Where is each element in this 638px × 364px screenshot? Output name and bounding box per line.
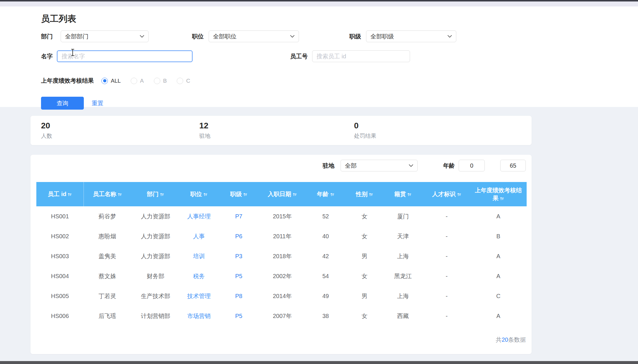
cell-department: 人力资源部 (131, 206, 180, 226)
cell-gender: 女 (346, 306, 383, 326)
rank-select[interactable]: 全部职级 (366, 30, 456, 42)
column-header-label: 职级 (230, 191, 242, 197)
position-select[interactable]: 全部职位 (209, 30, 299, 42)
cell-hire-date: 2002年 (260, 266, 305, 286)
cell-position[interactable]: 税务 (180, 266, 218, 286)
column-header-label: 性别 (356, 191, 368, 197)
radio-icon (177, 78, 183, 84)
station-filter-value: 全部 (345, 162, 357, 170)
text-cursor (72, 49, 73, 56)
cell-hometown: 上海 (383, 246, 423, 266)
column-header-label: 员工 id (48, 191, 66, 197)
station-filter-select[interactable]: 全部 (341, 160, 418, 171)
cell-rank[interactable]: P8 (218, 286, 260, 306)
cell-name: 后飞瑶 (84, 306, 131, 326)
table-row: HS006后飞瑶计划营销部市场营销P52007年38女西藏-A (36, 306, 527, 326)
cell-position[interactable]: 培训 (180, 246, 218, 266)
query-button[interactable]: 查询 (41, 97, 84, 110)
table-row: HS002惠盼烟人力资源部人事P62011年40女天津-B (36, 226, 527, 246)
stat-人数: 20人数 (41, 121, 52, 140)
age-min-input[interactable] (459, 160, 485, 171)
column-header-label: 上年度绩效考核结果 (475, 187, 522, 201)
employee-id-search-input[interactable] (312, 50, 410, 62)
stat-label: 处罚结果 (354, 132, 376, 140)
cell-performance: A (470, 306, 527, 326)
cell-employee-id: HS003 (36, 246, 84, 266)
cell-name: 丁若灵 (84, 286, 131, 306)
stat-value: 20 (41, 121, 52, 130)
rank-label: 职级 (349, 30, 361, 42)
sort-icon (330, 192, 334, 197)
radio-option-b[interactable]: B (154, 78, 167, 84)
column-header-talent-tag[interactable]: 人才标识 (423, 182, 470, 206)
column-header-hometown[interactable]: 籍贯 (383, 182, 423, 206)
cell-hometown: 上海 (383, 286, 423, 306)
column-header-position[interactable]: 职位 (180, 182, 218, 206)
cell-position[interactable]: 市场营销 (180, 306, 218, 326)
stat-label: 人数 (41, 132, 52, 140)
cell-rank[interactable]: P3 (218, 246, 260, 266)
table-row: HS005丁若灵生产技术部技术管理P82014年49男上海-C (36, 286, 527, 306)
radio-option-label: A (140, 78, 144, 84)
radio-option-a[interactable]: A (131, 78, 144, 84)
employee-table: 员工 id员工名称部门职位职级入职日期年龄性别籍贯人才标识上年度绩效考核结果 H… (36, 182, 527, 326)
cell-rank[interactable]: P5 (218, 266, 260, 286)
column-header-label: 部门 (147, 191, 159, 197)
column-header-gender[interactable]: 性别 (346, 182, 383, 206)
column-header-name[interactable]: 员工名称 (84, 182, 131, 206)
cell-gender: 男 (346, 246, 383, 266)
cell-hometown: 厦门 (383, 206, 423, 226)
stats-card: 20人数12驻地0处罚结果 (30, 116, 532, 145)
cell-talent-tag: - (423, 266, 470, 286)
column-header-age[interactable]: 年龄 (305, 182, 346, 206)
cell-employee-id: HS002 (36, 226, 84, 246)
station-filter-label: 驻地 (323, 160, 334, 171)
column-header-performance[interactable]: 上年度绩效考核结果 (470, 182, 527, 206)
cell-hire-date: 2014年 (260, 286, 305, 306)
radio-icon (154, 78, 160, 84)
radio-option-label: C (186, 78, 190, 84)
cell-hometown: 天津 (383, 226, 423, 246)
cell-department: 财务部 (131, 266, 180, 286)
cell-rank[interactable]: P7 (218, 206, 260, 226)
cell-rank[interactable]: P5 (218, 306, 260, 326)
column-header-label: 年龄 (317, 191, 329, 197)
cell-performance: A (470, 266, 527, 286)
cell-employee-id: HS006 (36, 306, 84, 326)
cell-age: 52 (305, 206, 346, 226)
cell-gender: 女 (346, 226, 383, 246)
cell-position[interactable]: 人事经理 (180, 206, 218, 226)
employee-id-label: 员工号 (290, 50, 308, 62)
filter-section: 员工列表 部门 全部部门 职位 全部职位 职级 全部职级 名字 员工号 上年度绩… (0, 6, 638, 107)
cell-rank[interactable]: P6 (218, 226, 260, 246)
column-header-hire-date[interactable]: 入职日期 (260, 182, 305, 206)
radio-option-c[interactable]: C (177, 78, 190, 84)
cell-talent-tag: - (423, 306, 470, 326)
sort-icon (500, 196, 504, 201)
sort-icon (457, 192, 461, 197)
employee-table-header-row: 员工 id员工名称部门职位职级入职日期年龄性别籍贯人才标识上年度绩效考核结果 (36, 182, 527, 206)
department-select[interactable]: 全部部门 (61, 30, 149, 42)
column-header-rank[interactable]: 职级 (218, 182, 260, 206)
cell-talent-tag: - (423, 286, 470, 306)
cell-hire-date: 2007年 (260, 306, 305, 326)
table-row: HS003盖隽美人力资源部培训P32018年42男上海-A (36, 246, 527, 266)
performance-label: 上年度绩效考核结果 (41, 77, 94, 85)
reset-button[interactable]: 重置 (92, 97, 103, 110)
performance-filter-row: 上年度绩效考核结果 ALLABC (41, 77, 200, 85)
radio-option-label: B (163, 78, 167, 84)
name-search-input[interactable] (57, 50, 193, 62)
cell-gender: 男 (346, 286, 383, 306)
column-header-employee-id[interactable]: 员工 id (36, 182, 84, 206)
radio-option-all[interactable]: ALL (101, 78, 121, 84)
footer-suffix: 条数据 (508, 336, 526, 343)
cell-position[interactable]: 技术管理 (180, 286, 218, 306)
stat-value: 12 (199, 121, 210, 130)
name-label: 名字 (41, 50, 53, 62)
age-max-input[interactable] (500, 160, 526, 171)
radio-icon (101, 78, 108, 84)
stat-驻地: 12驻地 (199, 121, 210, 140)
column-header-department[interactable]: 部门 (131, 182, 180, 206)
cell-position[interactable]: 人事 (180, 226, 218, 246)
sort-icon (407, 192, 411, 197)
